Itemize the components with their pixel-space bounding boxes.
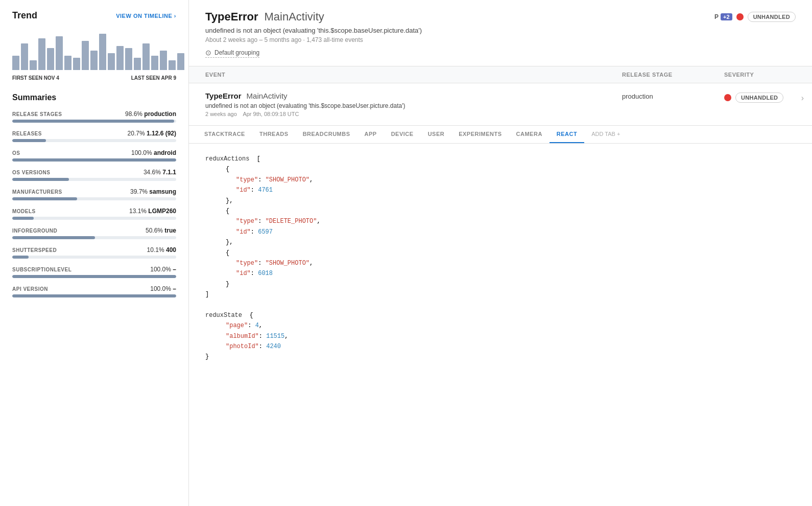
event-unhandled-badge: UNHANDLED: [735, 93, 783, 103]
summary-bar-fill: [12, 275, 176, 278]
code-action-id: "id": 6597: [205, 227, 796, 237]
last-seen-label: LAST SEEN APR 9: [131, 75, 176, 81]
unhandled-badge-header: UNHANDLED: [748, 12, 796, 22]
summary-value: 100.0% android: [131, 149, 176, 156]
tab-experiments[interactable]: EXPERIMENTS: [451, 126, 509, 143]
sidebar-header: Trend VIEW ON TIMELINE ›: [12, 10, 176, 21]
summary-row: INFOREGROUND 50.6% true: [12, 227, 176, 234]
summary-bar-container: [12, 236, 176, 239]
chart-bar: [21, 43, 28, 70]
code-action-type: "type": "DELETE_PHOTO",: [205, 216, 796, 226]
summary-label: RELEASE STAGES: [12, 111, 62, 117]
summary-bar-container: [12, 178, 176, 181]
summary-value: 20.7% 1.12.6 (92): [128, 130, 176, 137]
col-severity: SEVERITY: [724, 72, 796, 78]
summary-item: SUBSCRIPTIONLEVEL 100.0% –: [12, 266, 176, 278]
tab-add-tab-plus[interactable]: ADD TAB +: [584, 126, 627, 143]
error-message-header: undefined is not an object (evaluating '…: [205, 27, 796, 34]
first-seen-label: FIRST SEEN NOV 4: [12, 75, 59, 81]
event-row[interactable]: TypeError MainActivity undefined is not …: [189, 83, 812, 126]
error-title-row: TypeError MainActivity P +2 UNHANDLED: [205, 10, 796, 24]
summary-row: RELEASE STAGES 98.6% production: [12, 110, 176, 118]
summary-bar-container: [12, 139, 176, 142]
summary-row: MODELS 13.1% LGMP260: [12, 208, 176, 215]
summary-bar-fill: [12, 256, 29, 259]
summary-item: RELEASE STAGES 98.6% production: [12, 110, 176, 123]
tab-app[interactable]: APP: [357, 126, 384, 143]
chart-bar: [38, 38, 45, 70]
summary-label: SHUTTERSPEED: [12, 247, 57, 253]
summary-label: RELEASES: [12, 131, 42, 136]
event-content: TypeError MainActivity undefined is not …: [205, 91, 622, 117]
summary-label: MANUFACTURERS: [12, 189, 62, 195]
summary-bar-container: [12, 217, 176, 220]
sidebar-title: Trend: [12, 10, 37, 21]
tab-user[interactable]: USER: [421, 126, 452, 143]
summary-bar-container: [12, 197, 176, 200]
summaries-title: Summaries: [12, 93, 176, 102]
summary-value: 39.7% samsung: [130, 188, 176, 195]
summary-label: MODELS: [12, 209, 36, 214]
summary-label: OS VERSIONS: [12, 170, 50, 175]
events-table-header: EVENT RELEASE STAGE SEVERITY: [189, 66, 812, 83]
chart-bar: [169, 60, 176, 70]
code-action-close: }: [205, 279, 796, 289]
summary-row: SHUTTERSPEED 10.1% 400: [12, 246, 176, 254]
summary-item: INFOREGROUND 50.6% true: [12, 227, 176, 239]
col-release-stage: RELEASE STAGE: [622, 72, 724, 78]
priority-badge: P +2: [714, 13, 732, 20]
code-action-id: "id": 6018: [205, 268, 796, 279]
chart-bar: [99, 34, 106, 70]
chart-bar: [30, 60, 37, 70]
summary-bar-container: [12, 294, 176, 297]
tab-react[interactable]: REACT: [550, 126, 584, 143]
summary-label: SUBSCRIPTIONLEVEL: [12, 267, 71, 272]
chart-bar: [151, 56, 158, 71]
summary-value: 100.0% –: [150, 285, 176, 292]
summary-item: RELEASES 20.7% 1.12.6 (92): [12, 130, 176, 142]
tab-camera[interactable]: CAMERA: [509, 126, 550, 143]
summary-item: OS 100.0% android: [12, 149, 176, 162]
chart-bar: [64, 56, 71, 71]
summary-item: SHUTTERSPEED 10.1% 400: [12, 246, 176, 259]
error-badges: P +2 UNHANDLED: [714, 12, 796, 22]
code-action-open: {: [205, 248, 796, 258]
summary-item: API VERSION 100.0% –: [12, 285, 176, 297]
summary-value: 10.1% 400: [147, 246, 176, 254]
summary-bar-container: [12, 275, 176, 278]
summary-row: OS VERSIONS 34.6% 7.1.1: [12, 169, 176, 176]
summary-value: 50.6% true: [146, 227, 176, 234]
priority-count: +2: [721, 13, 732, 20]
default-grouping[interactable]: ⊙ Default grouping: [205, 49, 259, 58]
code-state-photo-id: "photoId": 4240: [205, 341, 796, 352]
tab-device[interactable]: DEVICE: [384, 126, 421, 143]
event-severity-dot: [724, 94, 731, 101]
summary-row: SUBSCRIPTIONLEVEL 100.0% –: [12, 266, 176, 273]
summary-row: OS 100.0% android: [12, 149, 176, 156]
code-action-open: {: [205, 164, 796, 174]
tab-stacktrace[interactable]: STACKTRACE: [197, 126, 252, 143]
chart-bar: [12, 56, 19, 71]
code-state-album-id: "albumId": 11515,: [205, 331, 796, 341]
event-message: undefined is not an object (evaluating '…: [205, 102, 622, 109]
summary-item: OS VERSIONS 34.6% 7.1.1: [12, 169, 176, 181]
summary-bar-fill: [12, 294, 176, 297]
code-action-id: "id": 4761: [205, 185, 796, 195]
chart-bar: [160, 51, 167, 70]
event-class: MainActivity: [247, 91, 288, 100]
tab-breadcrumbs[interactable]: BREADCRUMBS: [296, 126, 357, 143]
view-timeline-link[interactable]: VIEW ON TIMELINE ›: [116, 13, 176, 19]
chart-bar: [56, 36, 63, 71]
code-content: reduxActions [{"type": "SHOW_PHOTO","id"…: [189, 144, 812, 506]
chart-bar: [177, 53, 184, 70]
code-action-close: },: [205, 237, 796, 247]
tab-threads[interactable]: THREADS: [252, 126, 296, 143]
code-redux-state-line: reduxState {: [205, 310, 796, 320]
chart-bar: [134, 58, 141, 70]
chart-bar: [82, 41, 89, 70]
trend-chart: [12, 29, 176, 70]
chart-bar: [116, 46, 124, 71]
event-date: 2 weeks ago Apr 9th, 08:09:18 UTC: [205, 111, 622, 117]
summary-bar-fill: [12, 139, 46, 142]
sidebar: Trend VIEW ON TIMELINE › FIRST SEEN NOV …: [0, 0, 189, 506]
